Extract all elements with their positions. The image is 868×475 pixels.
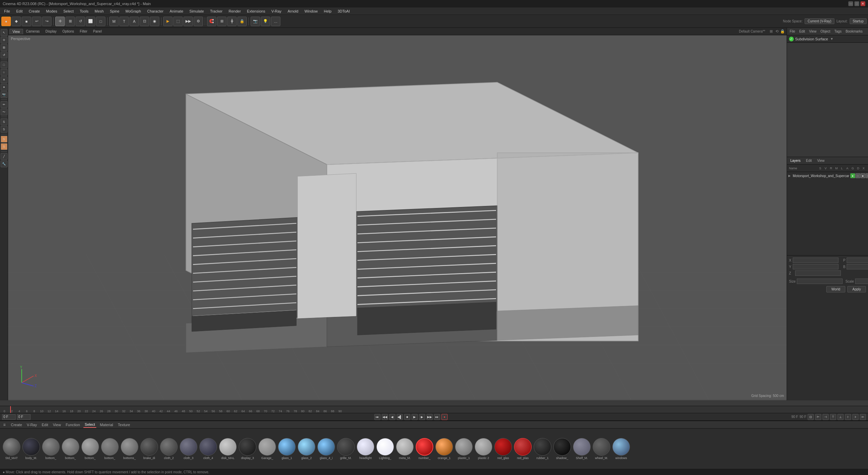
coord-z-input[interactable]	[795, 270, 841, 276]
menu-create[interactable]: Create	[26, 8, 43, 14]
btn-stop[interactable]: ■	[404, 414, 410, 420]
mat-item-display[interactable]: display_3	[239, 438, 256, 460]
coord-b-input[interactable]	[847, 264, 868, 269]
btn-go-start[interactable]: ⏮	[374, 414, 380, 420]
mat-item-glass4[interactable]: glass_4_i	[317, 438, 335, 460]
mat-item-wheel[interactable]: wheel_M.	[593, 438, 610, 460]
mat-item-plastic2[interactable]: plastic 2	[475, 438, 492, 460]
tool-xpresso[interactable]: S	[1, 136, 7, 142]
mat-item-windows[interactable]: windows	[612, 438, 630, 460]
vp-icon-fullscreen[interactable]: ⊞	[768, 29, 774, 34]
layer-icon-sq2[interactable]: ■	[861, 173, 865, 178]
vp-icon-enhance[interactable]: ⟲	[774, 29, 780, 34]
mat-item-garage[interactable]: Garage_	[258, 438, 276, 460]
mat-item-glass2[interactable]: glass_2	[298, 438, 315, 460]
tool-box[interactable]: □	[1, 61, 7, 68]
btn-record[interactable]: ●	[441, 414, 448, 420]
frame-counter-right[interactable]	[17, 414, 31, 420]
btn-next-frame[interactable]: ▶	[419, 414, 425, 420]
toolbar-mode-points[interactable]: ●	[1, 17, 11, 26]
toolbar-rotate[interactable]: ↺	[76, 17, 85, 26]
ne-tab-tags[interactable]: Tags	[833, 29, 843, 34]
mat-item-shelf[interactable]: Shelf_M.	[573, 438, 591, 460]
toolbar-redo[interactable]: ↪	[42, 17, 52, 26]
menu-animate[interactable]: Animate	[167, 8, 186, 14]
mat-item-body[interactable]: body_M.	[22, 438, 40, 460]
minimize-btn[interactable]: —	[848, 1, 853, 6]
toolbar-grid[interactable]: ⊞	[217, 17, 226, 26]
layers-tab-view[interactable]: View	[816, 158, 826, 163]
toolbar-model[interactable]: M	[109, 17, 119, 26]
mat-tab-texture[interactable]: Texture	[117, 422, 132, 428]
menu-mograph[interactable]: MoGraph	[123, 8, 144, 14]
ne-tab-object[interactable]: Object	[819, 29, 832, 34]
layer-icon-eye[interactable]: ●	[850, 173, 855, 178]
transport-mode-4[interactable]: ⊤	[830, 414, 836, 420]
layer-icon-sq3[interactable]: □	[866, 173, 868, 178]
toolbar-anim[interactable]: ⊡	[140, 17, 149, 26]
active-node-check[interactable]: ✓	[789, 37, 794, 41]
tool-move[interactable]: ✛	[1, 37, 7, 43]
active-node-arrow[interactable]: ▼	[829, 37, 834, 41]
mat-item-shadow[interactable]: shadow_	[553, 438, 571, 460]
vp-tab-options[interactable]: Options	[60, 29, 77, 34]
mat-item-bottom1[interactable]: bottom_	[42, 438, 60, 460]
node-space-selector[interactable]: Current (V-Ray)	[805, 18, 834, 24]
ne-tab-view[interactable]: View	[808, 29, 818, 34]
mat-tab-edit[interactable]: Edit	[40, 422, 50, 428]
toolbar-texture[interactable]: T	[119, 17, 129, 26]
mat-item-disk[interactable]: disk_MAL	[219, 438, 237, 460]
vp-icon-lock[interactable]: 🔒	[780, 29, 785, 34]
mat-item-cloth2[interactable]: cloth_2	[160, 438, 178, 460]
tool-xpresso2[interactable]: S	[1, 143, 7, 150]
tool-pen[interactable]: ✏	[1, 101, 7, 108]
mat-tab-view[interactable]: View	[52, 422, 62, 428]
maximize-btn[interactable]: □	[854, 1, 859, 6]
toolbar-select-live[interactable]: ⬜	[86, 17, 95, 26]
toolbar-render-region[interactable]: ⬚	[173, 17, 183, 26]
coord-y-input[interactable]	[793, 264, 839, 269]
mat-items-area[interactable]: Std_MAT body_M. bottom_ bottom_ bottom_ …	[0, 429, 868, 469]
mat-item-cloth3[interactable]: cloth_3	[180, 438, 197, 460]
menu-arnold[interactable]: Arnold	[285, 8, 301, 14]
vp-tab-filter[interactable]: Filter	[77, 29, 90, 34]
menu-vray[interactable]: V-Ray	[269, 8, 284, 14]
transport-mode-7[interactable]: ⊧	[852, 414, 859, 420]
menu-window[interactable]: Window	[302, 8, 320, 14]
menu-spine[interactable]: Spine	[107, 8, 122, 14]
mat-item-red-plas[interactable]: red_plas	[514, 438, 532, 460]
layers-tab-edit[interactable]: Edit	[805, 158, 813, 163]
tool-bone[interactable]: ╱	[1, 153, 7, 160]
toolbar-render-settings[interactable]: ⚙	[194, 17, 203, 26]
scale-input[interactable]	[855, 279, 868, 284]
menu-modes[interactable]: Modes	[43, 8, 60, 14]
tool-magnet[interactable]: 🔧	[1, 160, 7, 167]
toolbar-sculpt[interactable]: ◉	[150, 17, 159, 26]
layer-row-main[interactable]: ▶ Motorsport_Workshop_and_Supercar ● □ ■…	[787, 172, 868, 179]
tool-paint[interactable]: S	[1, 118, 7, 125]
menu-character[interactable]: Character	[144, 8, 166, 14]
mat-item-red-glass[interactable]: red_glas	[494, 438, 512, 460]
layer-arrow[interactable]: ▶	[788, 174, 791, 177]
transport-mode-6[interactable]: ⊦	[845, 414, 851, 420]
mat-tab-create[interactable]: Create	[9, 422, 23, 428]
tool-rotate[interactable]: ↺	[1, 52, 7, 58]
transport-mode-2[interactable]: ⊢	[815, 414, 821, 420]
menu-3dtoai[interactable]: 3DToAI	[335, 8, 353, 14]
mat-tab-function[interactable]: Function	[64, 422, 81, 428]
menu-select[interactable]: Select	[61, 8, 77, 14]
mat-item-number[interactable]: number_	[416, 438, 433, 460]
layout-selector[interactable]: Startup	[850, 18, 867, 24]
menu-file[interactable]: File	[1, 8, 13, 14]
mat-item-lighting[interactable]: Lighting_	[376, 438, 394, 460]
btn-prev-key[interactable]: ◀◀	[382, 414, 388, 420]
vp-tab-view[interactable]: View	[9, 29, 23, 34]
mat-item-orange[interactable]: orange_1	[435, 438, 453, 460]
tool-sculpt[interactable]: S	[1, 126, 7, 133]
transport-mode-8[interactable]: ⊨	[860, 414, 866, 420]
coord-p-input[interactable]	[847, 258, 868, 263]
btn-go-end[interactable]: ⏭	[434, 414, 440, 420]
toolbar-render-view[interactable]: ▶	[163, 17, 173, 26]
menu-render[interactable]: Render	[226, 8, 243, 14]
mat-item-meta[interactable]: meta_M.	[396, 438, 414, 460]
